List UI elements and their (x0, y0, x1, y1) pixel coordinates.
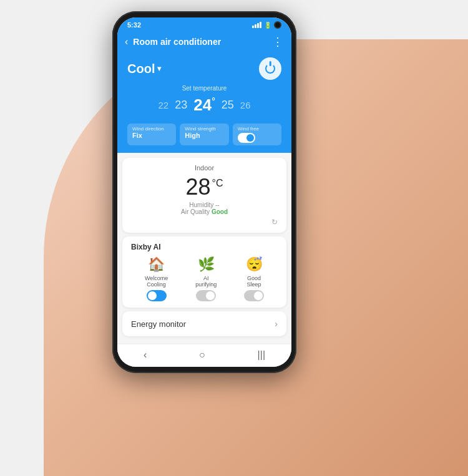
indoor-temperature: 28°C (131, 174, 278, 200)
energy-chevron-icon: › (275, 319, 278, 329)
battery-icon: 🔋 (264, 22, 271, 29)
good-sleep-toggle[interactable] (244, 290, 264, 301)
status-time: 5:32 (127, 21, 141, 29)
indoor-card: Indoor 28°C Humidity -- Air Quality Good… (122, 158, 286, 233)
mode-row: Cool ▾ (127, 57, 281, 80)
wind-controls: Wind direction Fix Wind strength High Wi… (117, 124, 291, 153)
wind-strength-control[interactable]: Wind strength High (180, 124, 228, 145)
air-quality-label: Air Quality (181, 208, 210, 215)
mode-label: Cool (127, 62, 155, 76)
ai-purifying-knob (206, 291, 215, 300)
energy-monitor-card[interactable]: Energy monitor › (122, 311, 286, 336)
temperature-row: 22 23 24° 25 26 (127, 95, 281, 115)
mode-selector[interactable]: Cool ▾ (127, 62, 161, 76)
temp-22[interactable]: 22 (158, 100, 169, 110)
energy-monitor-title: Energy monitor (131, 319, 186, 329)
air-quality-value: Good (212, 208, 228, 215)
front-camera (274, 21, 281, 29)
good-sleep-icon: 😴 (246, 256, 263, 273)
phone-screen: 5:32 🔋 ‹ Room air conditioner ⋮ (117, 17, 291, 367)
welcome-cooling-knob (148, 291, 157, 300)
indoor-title: Indoor (131, 164, 278, 172)
good-sleep-label: GoodSleep (247, 275, 261, 288)
scene: 5:32 🔋 ‹ Room air conditioner ⋮ (0, 0, 468, 476)
indoor-temp-value: 28 (186, 174, 211, 200)
welcome-cooling-label: WelcomeCooling (145, 275, 168, 288)
wind-direction-label: Wind direction (132, 126, 171, 132)
temp-26[interactable]: 26 (240, 100, 251, 110)
bixby-modes: 🏠 WelcomeCooling 🌿 AIpurifying (131, 256, 278, 301)
temp-23[interactable]: 23 (175, 99, 187, 112)
ai-purifying-toggle[interactable] (196, 290, 216, 301)
bixby-mode-ai-purifying: 🌿 AIpurifying (195, 256, 217, 301)
wind-direction-control[interactable]: Wind direction Fix (127, 124, 176, 145)
navigation-bar: ‹ ○ ||| (117, 344, 291, 367)
nav-back-button[interactable]: ‹ (144, 349, 147, 361)
bixby-mode-good-sleep: 😴 GoodSleep (244, 256, 264, 301)
status-bar: 5:32 🔋 (117, 17, 291, 31)
set-temperature-label: Set temperature (127, 85, 281, 92)
power-button[interactable] (259, 57, 281, 80)
wind-strength-value: High (185, 132, 223, 139)
air-quality-row: Air Quality Good (131, 208, 278, 215)
nav-recents-button[interactable]: ||| (258, 349, 265, 361)
status-icons: 🔋 (252, 21, 281, 29)
temp-24-active[interactable]: 24° (193, 95, 215, 115)
bixby-mode-welcome-cooling: 🏠 WelcomeCooling (145, 256, 168, 301)
good-sleep-knob (254, 291, 263, 300)
bixby-ai-card: Bixby AI 🏠 WelcomeCooling 🌿 AIpurifying (122, 236, 286, 308)
mode-section: Cool ▾ Set temperature 22 23 24° 25 26 (117, 52, 291, 124)
wind-free-toggle-switch[interactable] (238, 133, 255, 143)
ai-purifying-label: AIpurifying (195, 275, 217, 288)
indoor-celsius: °C (212, 178, 223, 188)
phone-frame: 5:32 🔋 ‹ Room air conditioner ⋮ (112, 11, 296, 373)
wind-free-label: Wind free (238, 126, 276, 132)
bixby-title: Bixby AI (131, 243, 278, 251)
power-icon (265, 64, 275, 74)
welcome-cooling-icon: 🏠 (148, 256, 165, 273)
wind-strength-label: Wind strength (185, 126, 223, 132)
app-header: ‹ Room air conditioner ⋮ (117, 31, 291, 52)
back-button[interactable]: ‹ (125, 36, 128, 47)
ai-purifying-icon: 🌿 (198, 256, 215, 273)
content-area: Indoor 28°C Humidity -- Air Quality Good… (117, 153, 291, 344)
wind-direction-value: Fix (132, 132, 171, 139)
more-options-button[interactable]: ⋮ (272, 35, 284, 49)
wind-free-knob (246, 134, 254, 142)
nav-home-button[interactable]: ○ (199, 349, 205, 361)
wind-free-control[interactable]: Wind free (233, 124, 281, 145)
mode-dropdown-icon: ▾ (157, 64, 161, 73)
temp-25[interactable]: 25 (222, 99, 234, 112)
page-title: Room air conditioner (133, 37, 267, 47)
humidity-display: Humidity -- (131, 202, 278, 208)
signal-icon (252, 22, 261, 28)
welcome-cooling-toggle[interactable] (147, 290, 167, 301)
refresh-button[interactable]: ↻ (131, 218, 278, 226)
